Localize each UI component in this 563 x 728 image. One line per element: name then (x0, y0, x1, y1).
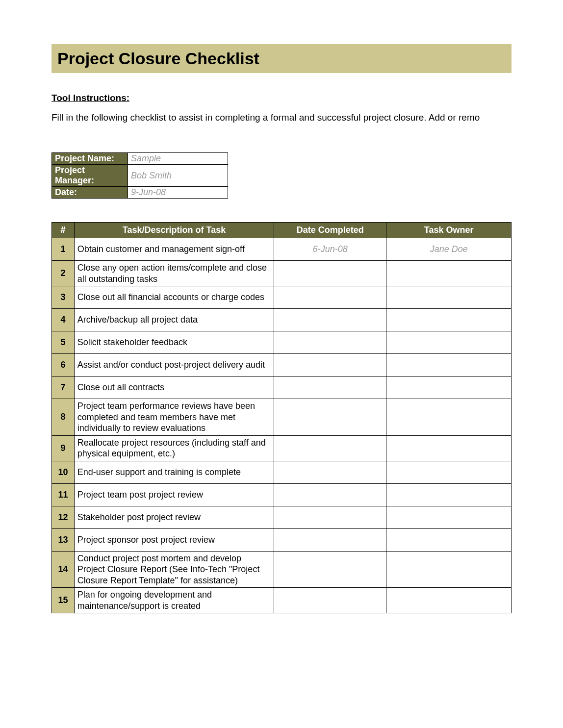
task-owner-cell[interactable] (386, 588, 512, 613)
checklist-table: # Task/Description of Task Date Complete… (51, 222, 512, 613)
info-row-project-manager: Project Manager: Bob Smith (52, 165, 228, 187)
date-completed-cell[interactable] (274, 483, 386, 506)
info-value-project-manager[interactable]: Bob Smith (128, 165, 228, 187)
date-completed-cell[interactable]: 6-Jun-08 (274, 238, 386, 261)
task-description: Solicit stakeholder feedback (74, 331, 274, 354)
page-title: Project Closure Checklist (57, 49, 506, 68)
checklist-row: 10End-user support and training is compl… (52, 461, 512, 483)
checklist-row: 9Reallocate project resources (including… (52, 435, 512, 461)
row-number: 7 (52, 377, 75, 399)
task-owner-cell[interactable] (386, 528, 512, 551)
task-owner-cell[interactable] (386, 261, 512, 286)
checklist-row: 8Project team performance reviews have b… (52, 399, 512, 436)
date-completed-cell[interactable] (274, 528, 386, 551)
date-completed-cell[interactable] (274, 551, 386, 588)
info-row-date: Date: 9-Jun-08 (52, 187, 228, 199)
instructions-text: Fill in the following checklist to assis… (51, 112, 512, 123)
row-number: 3 (52, 286, 75, 309)
date-completed-cell[interactable] (274, 331, 386, 354)
task-owner-cell[interactable] (386, 399, 512, 436)
task-owner-cell[interactable] (386, 461, 512, 483)
row-number: 12 (52, 506, 75, 528)
date-completed-cell[interactable] (274, 354, 386, 377)
task-owner-cell[interactable] (386, 331, 512, 354)
row-number: 4 (52, 309, 75, 331)
row-number: 9 (52, 435, 75, 461)
info-value-date[interactable]: 9-Jun-08 (128, 187, 228, 199)
task-description: Project team post project review (74, 483, 274, 506)
task-description: Plan for ongoing development and mainten… (74, 588, 274, 613)
row-number: 5 (52, 331, 75, 354)
date-completed-cell[interactable] (274, 261, 386, 286)
date-completed-cell[interactable] (274, 377, 386, 399)
checklist-row: 3Close out all financial accounts or cha… (52, 286, 512, 309)
task-owner-cell[interactable] (386, 354, 512, 377)
checklist-row: 4Archive/backup all project data (52, 309, 512, 331)
task-description: Conduct project post mortem and develop … (74, 551, 274, 588)
row-number: 6 (52, 354, 75, 377)
checklist-row: 11Project team post project review (52, 483, 512, 506)
task-description: Close any open action items/complete and… (74, 261, 274, 286)
row-number: 13 (52, 528, 75, 551)
title-banner: Project Closure Checklist (51, 44, 512, 73)
checklist-row: 1Obtain customer and management sign-off… (52, 238, 512, 261)
task-description: Obtain customer and management sign-off (74, 238, 274, 261)
checklist-row: 13Project sponsor post project review (52, 528, 512, 551)
date-completed-cell[interactable] (274, 506, 386, 528)
task-description: Reallocate project resources (including … (74, 435, 274, 461)
checklist-row: 7Close out all contracts (52, 377, 512, 399)
task-owner-cell[interactable] (386, 377, 512, 399)
checklist-row: 5Solicit stakeholder feedback (52, 331, 512, 354)
row-number: 8 (52, 399, 75, 436)
row-number: 2 (52, 261, 75, 286)
checklist-row: 12Stakeholder post project review (52, 506, 512, 528)
info-label-date: Date: (52, 187, 128, 199)
task-owner-cell[interactable]: Jane Doe (386, 238, 512, 261)
task-owner-cell[interactable] (386, 309, 512, 331)
task-owner-cell[interactable] (386, 435, 512, 461)
checklist-row: 15Plan for ongoing development and maint… (52, 588, 512, 613)
row-number: 1 (52, 238, 75, 261)
task-description: End-user support and training is complet… (74, 461, 274, 483)
task-owner-cell[interactable] (386, 551, 512, 588)
info-row-project-name: Project Name: Sample (52, 153, 228, 165)
task-description: Archive/backup all project data (74, 309, 274, 331)
checklist-header-row: # Task/Description of Task Date Complete… (52, 223, 512, 238)
info-label-project-manager: Project Manager: (52, 165, 128, 187)
row-number: 11 (52, 483, 75, 506)
task-description: Assist and/or conduct post-project deliv… (74, 354, 274, 377)
checklist-row: 2Close any open action items/complete an… (52, 261, 512, 286)
header-num: # (52, 223, 75, 238)
date-completed-cell[interactable] (274, 588, 386, 613)
task-owner-cell[interactable] (386, 483, 512, 506)
date-completed-cell[interactable] (274, 399, 386, 436)
header-date: Date Completed (274, 223, 386, 238)
checklist-row: 14Conduct project post mortem and develo… (52, 551, 512, 588)
task-description: Project team performance reviews have be… (74, 399, 274, 436)
task-owner-cell[interactable] (386, 286, 512, 309)
instructions-heading: Tool Instructions: (51, 93, 512, 103)
task-description: Stakeholder post project review (74, 506, 274, 528)
header-task: Task/Description of Task (74, 223, 274, 238)
row-number: 14 (52, 551, 75, 588)
task-owner-cell[interactable] (386, 506, 512, 528)
date-completed-cell[interactable] (274, 461, 386, 483)
date-completed-cell[interactable] (274, 286, 386, 309)
task-description: Close out all financial accounts or char… (74, 286, 274, 309)
info-value-project-name[interactable]: Sample (128, 153, 228, 165)
row-number: 10 (52, 461, 75, 483)
checklist-row: 6Assist and/or conduct post-project deli… (52, 354, 512, 377)
date-completed-cell[interactable] (274, 309, 386, 331)
task-description: Close out all contracts (74, 377, 274, 399)
project-info-table: Project Name: Sample Project Manager: Bo… (51, 152, 228, 199)
info-label-project-name: Project Name: (52, 153, 128, 165)
row-number: 15 (52, 588, 75, 613)
date-completed-cell[interactable] (274, 435, 386, 461)
header-owner: Task Owner (386, 223, 512, 238)
task-description: Project sponsor post project review (74, 528, 274, 551)
